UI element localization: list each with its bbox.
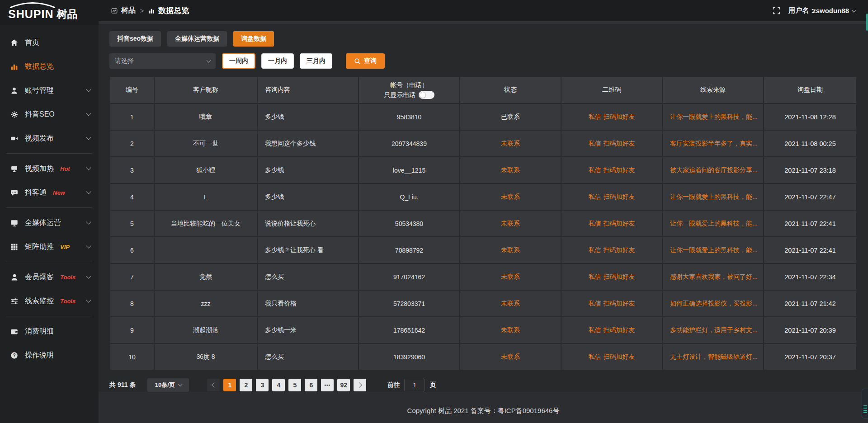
source-link[interactable]: 多功能护栏灯，适用于乡村文... — [670, 326, 758, 334]
cell-source: 让你一眼就爱上的黑科技，能... — [663, 184, 763, 210]
sidebar-item-all-media[interactable]: 全媒体运营 — [0, 212, 99, 234]
monitor-icon — [10, 219, 18, 227]
more-pages-button[interactable]: ••• — [321, 379, 334, 391]
cell-source: 无主灯设计，智能磁吸轨道灯... — [663, 344, 763, 370]
page-button-4[interactable]: 4 — [272, 379, 285, 391]
source-link[interactable]: 无主灯设计，智能磁吸轨道灯... — [670, 353, 758, 360]
private-message-link[interactable]: 私信 — [589, 166, 601, 174]
scrollbar-thumb[interactable] — [866, 14, 868, 31]
source-link[interactable]: 让你一眼就爱上的黑科技，能... — [670, 193, 758, 200]
sidebar-item-instructions[interactable]: ? 操作说明 — [0, 344, 99, 367]
brand-logo[interactable]: SHUPIN 树品 — [0, 0, 99, 25]
sidebar-item-home[interactable]: 首页 — [0, 31, 99, 54]
next-page-button[interactable] — [354, 379, 366, 391]
range-quarter-button[interactable]: 三月内 — [300, 53, 332, 69]
scan-add-friend-link[interactable]: 扫码加好友 — [604, 193, 635, 200]
private-message-link[interactable]: 私信 — [589, 300, 601, 307]
cell-status: 未联系 — [460, 184, 561, 210]
cell-date: 2021-11-07 21:42 — [764, 291, 856, 316]
page-button-3[interactable]: 3 — [256, 379, 269, 391]
sidebar-item-video-heat[interactable]: 视频加热 Hot — [0, 157, 99, 180]
private-message-link[interactable]: 私信 — [589, 326, 601, 334]
private-message-link[interactable]: 私信 — [589, 220, 601, 227]
page-button-6[interactable]: 6 — [305, 379, 317, 391]
private-message-link[interactable]: 私信 — [589, 113, 601, 120]
tab-all-media-data[interactable]: 全媒体运营数据 — [167, 31, 227, 47]
table-row: 7 觉然 怎么买 917024162 未联系 私信扫码加好友 感谢大家喜欢我家，… — [110, 264, 856, 290]
scan-add-friend-link[interactable]: 扫码加好友 — [604, 140, 635, 147]
sidebar-item-matrix-boost[interactable]: 矩阵助推 VIP — [0, 235, 99, 258]
private-message-link[interactable]: 私信 — [589, 140, 601, 147]
account-select[interactable]: 请选择 — [109, 53, 216, 69]
source-link[interactable]: 让你一眼就爱上的黑科技，能... — [670, 113, 758, 120]
sidebar-item-account[interactable]: 账号管理 — [0, 79, 99, 102]
scan-add-friend-link[interactable]: 扫码加好友 — [604, 326, 635, 334]
source-link[interactable]: 感谢大家喜欢我家，被问了好... — [670, 273, 758, 280]
page-button-2[interactable]: 2 — [240, 379, 252, 391]
query-button[interactable]: 查询 — [346, 53, 385, 69]
scan-add-friend-link[interactable]: 扫码加好友 — [604, 353, 635, 360]
source-link[interactable]: 让你一眼就爱上的黑科技，能... — [670, 220, 758, 227]
scan-add-friend-link[interactable]: 扫码加好友 — [604, 273, 635, 280]
sidebar-item-data-overview[interactable]: 数据总览 — [0, 55, 99, 78]
sidebar-item-consumption-detail[interactable]: 消费明细 — [0, 320, 99, 343]
page-button-92[interactable]: 92 — [337, 379, 350, 391]
main-column: 树品 > 数据总览 用户名：zswodun88 抖音seo数据 全媒体运营数据 … — [99, 0, 868, 423]
tab-inquiry-data[interactable]: 询盘数据 — [233, 31, 274, 47]
cell-source: 让你一眼就爱上的黑科技，能... — [663, 211, 763, 236]
cell-status: 未联系 — [460, 157, 561, 183]
floating-chat-widget[interactable] — [862, 389, 868, 418]
cell-content: 多少钱 — [258, 104, 358, 130]
sidebar-item-douyin-seo[interactable]: 抖音SEO — [0, 103, 99, 126]
source-link[interactable]: 让你一眼就爱上的黑科技，能... — [670, 246, 758, 254]
sidebar-item-label: 数据总览 — [25, 62, 54, 71]
bar-chart-icon — [10, 62, 18, 70]
private-message-link[interactable]: 私信 — [589, 246, 601, 254]
cell-status: 未联系 — [460, 264, 561, 290]
range-week-button[interactable]: 一周内 — [222, 53, 255, 69]
goto-page-input[interactable] — [404, 379, 425, 391]
prev-page-button[interactable] — [207, 379, 220, 391]
page-button-1[interactable]: 1 — [223, 379, 236, 391]
phone-only-toggle[interactable] — [419, 91, 434, 99]
hot-badge: Hot — [60, 165, 70, 172]
cell-date: 2021-11-07 22:41 — [764, 237, 856, 263]
range-month-button[interactable]: 一月内 — [261, 53, 294, 69]
username-value: zswodun88 — [812, 7, 849, 14]
table-row: 4 L 多少钱 Q_Liu. 未联系 私信扫码加好友 让你一眼就爱上的黑科技，能… — [110, 184, 856, 210]
scan-add-friend-link[interactable]: 扫码加好友 — [604, 113, 635, 120]
sidebar-item-member-burst[interactable]: 会员爆客 Tools — [0, 266, 99, 288]
source-link[interactable]: 被大家追着问的客厅投影分享... — [670, 166, 758, 174]
scan-add-friend-link[interactable]: 扫码加好友 — [604, 246, 635, 254]
table-row: 1 哦章 多少钱 9583810 已联系 私信扫码加好友 让你一眼就爱上的黑科技… — [110, 104, 856, 130]
private-message-link[interactable]: 私信 — [589, 193, 601, 200]
scan-add-friend-link[interactable]: 扫码加好友 — [604, 220, 635, 227]
signboard-icon — [10, 164, 18, 173]
breadcrumb-root[interactable]: 树品 — [121, 6, 136, 15]
tab-douyin-seo-data[interactable]: 抖音seo数据 — [109, 31, 161, 47]
chevron-down-icon — [86, 219, 91, 224]
sidebar-item-video-publish[interactable]: 视频发布 — [0, 127, 99, 150]
scan-add-friend-link[interactable]: 扫码加好友 — [604, 166, 635, 174]
cell-nickname: 哦章 — [155, 104, 257, 130]
cell-nickname — [155, 237, 257, 263]
sidebar-item-lead-monitor[interactable]: 线索监控 Tools — [0, 290, 99, 312]
sidebar-item-douketong[interactable]: 抖客通 New — [0, 181, 99, 204]
private-message-link[interactable]: 私信 — [589, 273, 601, 280]
cell-account: 50534380 — [359, 211, 459, 236]
gear-icon — [10, 110, 18, 118]
scan-add-friend-link[interactable]: 扫码加好友 — [604, 300, 635, 307]
cell-date: 2021-11-07 20:39 — [764, 317, 856, 343]
page-button-5[interactable]: 5 — [288, 379, 301, 391]
user-menu[interactable]: 用户名：zswodun88 — [788, 6, 855, 15]
col-header-nickname: 客户昵称 — [155, 77, 257, 103]
fullscreen-icon[interactable] — [773, 7, 780, 14]
page-size-select[interactable]: 10条/页 — [147, 378, 189, 392]
source-link[interactable]: 如何正确选择投影仪，买投影... — [670, 300, 758, 307]
query-button-label: 查询 — [364, 57, 377, 65]
video-camera-icon — [10, 134, 18, 142]
private-message-link[interactable]: 私信 — [589, 353, 601, 360]
source-link[interactable]: 客厅安装投影半年多了，真实... — [670, 140, 758, 147]
cell-nickname: 36度 8 — [155, 344, 257, 370]
chevron-down-icon — [86, 243, 91, 248]
